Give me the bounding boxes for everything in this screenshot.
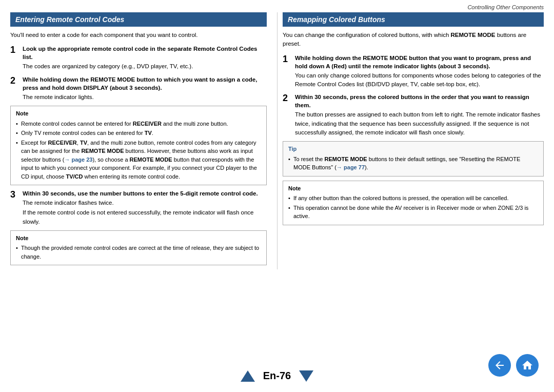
right-step-2-desc: The button presses are assigned to each … [295, 110, 544, 137]
right-step-2: 2 Within 30 seconds, press the colored b… [283, 93, 544, 137]
step-number-2: 2 [10, 75, 18, 102]
step-number-3: 3 [10, 189, 18, 226]
right-note: Note If any other button than the colore… [283, 181, 544, 225]
right-note-title: Note [288, 184, 538, 193]
left-note-2: Note Though the provided remote control … [10, 230, 267, 266]
step-3-desc-1: The remote indicator flashes twice. [23, 199, 267, 207]
footer-page-nav: En-76 [241, 370, 313, 382]
left-step-2: 2 While holding down the REMOTE MODE but… [10, 75, 267, 102]
step-1-desc: The codes are organized by category (e.g… [23, 62, 267, 71]
prev-page-button[interactable] [241, 370, 255, 382]
left-section-header: Entering Remote Control Codes [10, 12, 267, 27]
left-note-1-item-3: Except for RECEIVER, TV, and the multi z… [16, 139, 261, 181]
left-step-3: 3 Within 30 seconds, use the number butt… [10, 189, 267, 226]
right-step-2-content: Within 30 seconds, press the colored but… [295, 93, 544, 137]
left-note-2-list: Though the provided remote control codes… [16, 244, 261, 261]
step-2-desc: The remote indicator lights. [23, 93, 267, 102]
right-tip: Tip To reset the REMOTE MODE buttons to … [283, 141, 544, 177]
back-arrow-icon [493, 359, 506, 371]
left-column: Entering Remote Control Codes You'll nee… [10, 12, 277, 269]
left-note-1: Note Remote control codes cannot be ente… [10, 106, 267, 185]
right-section-intro: You can change the configuration of colo… [283, 31, 544, 49]
left-note-1-item-2: Only TV remote control codes can be ente… [16, 129, 261, 138]
step-1-title: Look up the appropriate remote control c… [23, 45, 267, 61]
right-section-header: Remapping Colored Buttons [283, 12, 544, 27]
right-step-1-title: While holding down the REMOTE MODE butto… [295, 54, 544, 70]
left-step-1: 1 Look up the appropriate remote control… [10, 45, 267, 71]
footer-nav-right [488, 354, 539, 377]
right-step-number-1: 1 [283, 54, 291, 89]
left-note-2-item-1: Though the provided remote control codes… [16, 244, 261, 261]
right-step-2-title: Within 30 seconds, press the colored but… [295, 93, 544, 109]
step-number-1: 1 [10, 45, 18, 71]
step-2-title: While holding down the REMOTE MODE butto… [23, 75, 267, 92]
right-tip-list: To reset the REMOTE MODE buttons to thei… [288, 155, 538, 172]
right-column: Remapping Colored Buttons You can change… [277, 12, 544, 269]
right-note-list: If any other button than the colored but… [288, 194, 538, 221]
right-step-number-2: 2 [283, 93, 291, 137]
left-note-1-title: Note [16, 109, 261, 118]
section-title: Controlling Other Components [467, 4, 544, 10]
right-step-1: 1 While holding down the REMOTE MODE but… [283, 54, 544, 89]
home-icon [521, 359, 533, 371]
right-tip-title: Tip [288, 145, 538, 153]
right-step-1-content: While holding down the REMOTE MODE butto… [295, 54, 544, 89]
step-3-desc-2: If the remote control code is not entere… [23, 208, 267, 226]
step-3-content: Within 30 seconds, use the number button… [23, 189, 267, 226]
left-note-1-item-1: Remote control codes cannot be entered f… [16, 120, 261, 128]
right-tip-item-1: To reset the REMOTE MODE buttons to thei… [288, 155, 538, 172]
right-step-1-desc: You can only change colored buttons for … [295, 71, 544, 89]
step-1-content: Look up the appropriate remote control c… [23, 45, 267, 71]
page-footer: En-76 [0, 370, 554, 382]
step-2-content: While holding down the REMOTE MODE butto… [23, 75, 267, 102]
left-note-1-list: Remote control codes cannot be entered f… [16, 120, 261, 181]
right-note-item-1: If any other button than the colored but… [288, 194, 538, 203]
back-button[interactable] [488, 354, 511, 377]
next-page-button[interactable] [299, 370, 313, 382]
right-note-item-2: This operation cannot be done while the … [288, 204, 538, 221]
content-area: Entering Remote Control Codes You'll nee… [0, 12, 554, 269]
page-number: En-76 [263, 370, 291, 382]
left-note-2-title: Note [16, 234, 261, 243]
home-button[interactable] [516, 354, 539, 377]
step-3-title: Within 30 seconds, use the number button… [23, 189, 267, 198]
page-header: Controlling Other Components [0, 0, 554, 12]
left-section-intro: You'll need to enter a code for each com… [10, 31, 267, 40]
